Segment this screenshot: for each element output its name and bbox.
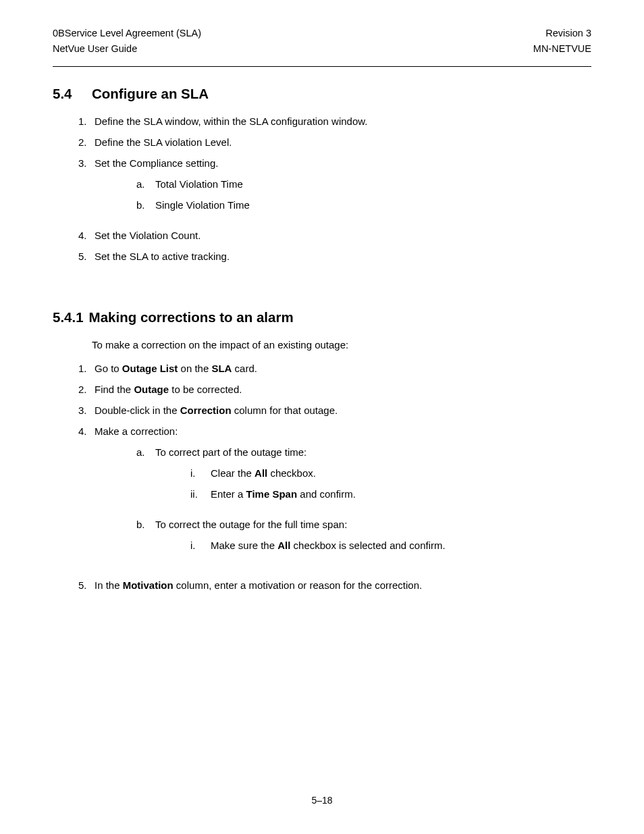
text-part: Enter a [211, 488, 246, 500]
list-item: a.Total Violation Time [136, 178, 591, 190]
list-marker: ii. [190, 488, 211, 500]
list-item: 1.Go to Outage List on the SLA card. [78, 363, 591, 374]
list-marker: b. [136, 519, 155, 561]
header-right-line2: MN-NETVUE [533, 41, 591, 57]
list-marker: 2. [78, 136, 95, 148]
text: To correct the outage for the full time … [155, 519, 347, 530]
text-part: Find the [95, 384, 134, 395]
text-part: to be corrected. [169, 384, 242, 395]
page-header: 0BService Level Agreement (SLA) NetVue U… [53, 26, 591, 67]
document-page: 0BService Level Agreement (SLA) NetVue U… [0, 0, 644, 591]
list-marker: 3. [78, 405, 95, 416]
text-part: Make sure the [211, 540, 277, 551]
list-content: Go to Outage List on the SLA card. [95, 363, 591, 374]
list-item: 3.Set the Compliance setting.a.Total Vio… [78, 157, 591, 220]
list-marker: a. [136, 446, 155, 509]
section-title: Configure an SLA [92, 86, 209, 101]
text-part: Time Span [246, 488, 298, 500]
text-part: In the [95, 579, 123, 591]
list-content: Single Violation Time [155, 199, 591, 211]
text-part: Go to [95, 363, 122, 374]
header-left-line2: NetVue User Guide [53, 41, 201, 57]
text-part: Make a correction: [95, 425, 178, 437]
list-item: 4.Make a correction:a.To correct part of… [78, 425, 591, 570]
list-item: b.Single Violation Time [136, 199, 591, 211]
list-marker: 5. [78, 251, 95, 262]
list-item: 2.Define the SLA violation Level. [78, 136, 591, 148]
sub-list: a.Total Violation Timeb.Single Violation… [136, 178, 591, 211]
list-marker: b. [136, 199, 155, 211]
list-content: Set the Compliance setting.a.Total Viola… [95, 157, 591, 220]
list-content: Find the Outage to be corrected. [95, 384, 591, 395]
list-marker: 1. [78, 115, 95, 127]
list-item: i.Clear the All checkbox. [190, 467, 591, 479]
text-part: column, enter a motivation or reason for… [173, 579, 423, 591]
header-left-line1: 0BService Level Agreement (SLA) [53, 26, 201, 41]
text-part: Double-click in the [95, 405, 180, 416]
list-content: Make a correction:a.To correct part of t… [95, 425, 591, 570]
text: Set the Compliance setting. [95, 157, 218, 169]
list-content: To correct the outage for the full time … [155, 519, 591, 561]
list-item: i.Make sure the All checkbox is selected… [190, 540, 591, 551]
section-5-4-1-heading: 5.4.1Making corrections to an alarm [53, 309, 591, 325]
list-item: b.To correct the outage for the full tim… [136, 519, 591, 561]
text-part: Motivation [123, 579, 173, 591]
text-part: column for that outage. [232, 405, 338, 416]
intro-text: To make a correction on the impact of an… [92, 339, 591, 350]
list-item: a.To correct part of the outage time:i.C… [136, 446, 591, 509]
text-part: Outage [134, 384, 169, 395]
text: Define the SLA violation Level. [95, 136, 232, 148]
text: Single Violation Time [155, 199, 250, 211]
list-content: Total Violation Time [155, 178, 591, 190]
list-marker: 5. [78, 579, 95, 591]
list-item: 4.Set the Violation Count. [78, 230, 591, 241]
list-marker: 2. [78, 384, 95, 395]
header-right-line1: Revision 3 [533, 26, 591, 41]
list-item: 5.Set the SLA to active tracking. [78, 251, 591, 262]
text: Define the SLA window, within the SLA co… [95, 115, 367, 127]
sub-list: i.Make sure the All checkbox is selected… [190, 540, 591, 551]
list-marker: i. [190, 540, 211, 551]
list-item: 1.Define the SLA window, within the SLA … [78, 115, 591, 127]
subsection-title: Making corrections to an alarm [89, 309, 294, 325]
list-content: Set the SLA to active tracking. [95, 251, 591, 262]
section-number: 5.4 [53, 86, 92, 102]
sub-list: i.Clear the All checkbox.ii.Enter a Time… [190, 467, 591, 500]
text-part: and confirm. [297, 488, 356, 500]
sub-list: a.To correct part of the outage time:i.C… [136, 446, 591, 561]
list-item: ii.Enter a Time Span and confirm. [190, 488, 591, 500]
section-5-4-heading: 5.4Configure an SLA [53, 86, 591, 102]
list-item: 3.Double-click in the Correction column … [78, 405, 591, 416]
list-content: Double-click in the Correction column fo… [95, 405, 591, 416]
list-marker: 1. [78, 363, 95, 374]
header-right: Revision 3 MN-NETVUE [533, 26, 591, 57]
text-part: All [254, 467, 267, 479]
text-part: SLA [211, 363, 232, 374]
text-part: Outage List [122, 363, 178, 374]
list-content: Clear the All checkbox. [211, 467, 591, 479]
subsection-number: 5.4.1 [53, 309, 84, 325]
text-part: card. [232, 363, 257, 374]
list-marker: 4. [78, 230, 95, 241]
text: To correct part of the outage time: [155, 446, 306, 458]
list-marker: 3. [78, 157, 95, 220]
list-content: In the Motivation column, enter a motiva… [95, 579, 591, 591]
text-part: on the [178, 363, 211, 374]
list-content: Set the Violation Count. [95, 230, 591, 241]
list-content: Define the SLA window, within the SLA co… [95, 115, 591, 127]
text: Set the SLA to active tracking. [95, 251, 230, 262]
list-marker: a. [136, 178, 155, 190]
text-part: All [277, 540, 290, 551]
list-content: Make sure the All checkbox is selected a… [211, 540, 591, 551]
list-content: Define the SLA violation Level. [95, 136, 591, 148]
text-part: Correction [180, 405, 232, 416]
list-content: Enter a Time Span and confirm. [211, 488, 591, 500]
list-item: 5.In the Motivation column, enter a moti… [78, 579, 591, 591]
list-marker: 4. [78, 425, 95, 570]
text: Set the Violation Count. [95, 230, 200, 241]
list-content: To correct part of the outage time:i.Cle… [155, 446, 591, 509]
text-part: checkbox. [267, 467, 316, 479]
text-part: Clear the [211, 467, 254, 479]
text-part: checkbox is selected and confirm. [290, 540, 445, 551]
page-number: 5–18 [0, 795, 644, 806]
